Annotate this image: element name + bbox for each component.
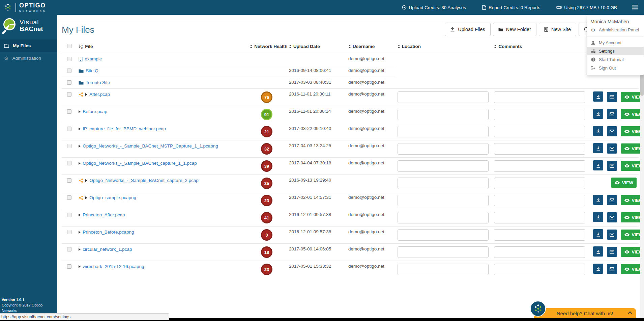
download-button[interactable] bbox=[593, 195, 603, 205]
comments-input[interactable] bbox=[494, 246, 585, 258]
expand-caret-icon[interactable] bbox=[79, 248, 81, 251]
download-button[interactable] bbox=[593, 246, 603, 257]
location-input[interactable] bbox=[398, 229, 489, 241]
file-link[interactable]: Optigo_Networks_-_Sample_BACnet_capture_… bbox=[89, 178, 198, 183]
comments-input[interactable] bbox=[494, 160, 585, 172]
comments-input[interactable] bbox=[494, 109, 585, 120]
user-column-header[interactable]: Username bbox=[346, 39, 395, 53]
select-all-checkbox[interactable] bbox=[67, 44, 71, 48]
expand-caret-icon[interactable] bbox=[79, 145, 81, 148]
menu-item-start-tutorial[interactable]: Start Tutorial bbox=[587, 55, 644, 64]
location-input[interactable] bbox=[398, 91, 489, 103]
file-link[interactable]: Optigo_Networks_-_Sample_BACnet_capture_… bbox=[83, 161, 197, 166]
comments-input[interactable] bbox=[494, 178, 585, 189]
view-button[interactable]: VIEW bbox=[611, 178, 637, 188]
site-link[interactable]: example bbox=[85, 56, 102, 61]
menu-burger-button[interactable] bbox=[631, 3, 639, 12]
row-checkbox[interactable] bbox=[67, 92, 71, 97]
row-checkbox[interactable] bbox=[67, 264, 71, 269]
location-input[interactable] bbox=[398, 264, 489, 275]
email-button[interactable] bbox=[607, 195, 617, 205]
expand-caret-icon[interactable] bbox=[79, 231, 81, 234]
file-link[interactable]: After.pcap bbox=[89, 92, 110, 97]
health-column-header[interactable]: Network Health bbox=[247, 39, 286, 53]
expand-caret-icon[interactable] bbox=[79, 214, 81, 216]
location-input[interactable] bbox=[398, 160, 489, 172]
date-column-header[interactable]: Upload Date bbox=[286, 39, 346, 53]
comments-input[interactable] bbox=[494, 212, 585, 223]
menu-item-administration-panel[interactable]: ⚙ Administration Panel bbox=[587, 26, 644, 34]
file-link[interactable]: Optigo_Networks_-_Sample_BACnet_MSTP_Cap… bbox=[83, 143, 218, 149]
download-button[interactable] bbox=[593, 91, 603, 102]
file-link[interactable]: IP_capture_file_for_BBMD_webinar.pcap bbox=[83, 126, 166, 131]
email-button[interactable] bbox=[607, 126, 617, 136]
expand-caret-icon[interactable] bbox=[85, 179, 87, 182]
comments-input[interactable] bbox=[494, 229, 585, 241]
new-site-button[interactable]: New Site bbox=[539, 23, 576, 36]
download-button[interactable] bbox=[593, 126, 603, 136]
file-link[interactable]: Princeton_After.pcap bbox=[83, 212, 125, 217]
location-input[interactable] bbox=[398, 126, 489, 137]
comments-input[interactable] bbox=[494, 126, 585, 137]
row-checkbox[interactable] bbox=[67, 144, 71, 148]
row-checkbox[interactable] bbox=[67, 69, 71, 73]
file-column-header[interactable]: A ZFile bbox=[76, 39, 247, 53]
row-checkbox[interactable] bbox=[67, 109, 71, 114]
file-link[interactable]: Before.pcap bbox=[83, 109, 107, 114]
upload-files-button[interactable]: Upload Files bbox=[445, 23, 491, 36]
menu-item-my-account[interactable]: My Account bbox=[587, 38, 644, 47]
email-button[interactable] bbox=[607, 264, 617, 274]
comments-input[interactable] bbox=[494, 91, 585, 103]
row-checkbox[interactable] bbox=[67, 161, 71, 165]
download-button[interactable] bbox=[593, 109, 603, 119]
email-button[interactable] bbox=[607, 161, 617, 171]
comments-column-header[interactable]: Comments bbox=[491, 39, 588, 53]
row-checkbox[interactable] bbox=[67, 195, 71, 200]
row-checkbox[interactable] bbox=[67, 178, 71, 183]
storage-stat[interactable]: Using 267.7 MB / 10.0 GB bbox=[556, 5, 617, 10]
file-link[interactable]: Optigo_sample.pcapng bbox=[89, 195, 136, 200]
email-button[interactable] bbox=[607, 230, 617, 240]
expand-caret-icon[interactable] bbox=[85, 196, 87, 199]
location-column-header[interactable]: Location bbox=[395, 39, 492, 53]
folder-link[interactable]: Site Q bbox=[86, 68, 98, 73]
row-checkbox[interactable] bbox=[67, 57, 71, 61]
menu-item-sign-out[interactable]: Sign Out bbox=[587, 64, 644, 72]
download-button[interactable] bbox=[593, 264, 603, 274]
report-credits-stat[interactable]: Report Credits: 0 Reports bbox=[482, 5, 540, 10]
location-input[interactable] bbox=[398, 178, 489, 189]
sidebar-item-my-files[interactable]: My Files bbox=[0, 39, 57, 52]
row-checkbox[interactable] bbox=[67, 230, 71, 234]
download-button[interactable] bbox=[593, 212, 603, 222]
share-icon[interactable] bbox=[79, 195, 83, 200]
comments-input[interactable] bbox=[494, 143, 585, 155]
share-icon[interactable] bbox=[79, 92, 83, 97]
row-checkbox[interactable] bbox=[67, 127, 71, 131]
file-link[interactable]: circular_network_1.pcap bbox=[83, 247, 132, 252]
download-button[interactable] bbox=[593, 229, 603, 239]
email-button[interactable] bbox=[607, 143, 617, 154]
location-input[interactable] bbox=[398, 195, 489, 206]
email-button[interactable] bbox=[607, 92, 617, 102]
menu-item-settings[interactable]: Settings bbox=[587, 47, 644, 55]
new-folder-button[interactable]: New Folder bbox=[493, 23, 536, 36]
file-link[interactable]: wireshark_2015-12-16.pcapng bbox=[83, 264, 144, 269]
sidebar-item-administration[interactable]: ⚙ Administration bbox=[0, 52, 57, 64]
folder-link[interactable]: Toronto Site bbox=[86, 80, 110, 85]
comments-input[interactable] bbox=[494, 195, 585, 206]
share-icon[interactable] bbox=[79, 178, 83, 183]
chat-avatar[interactable] bbox=[530, 301, 546, 317]
expand-caret-icon[interactable] bbox=[85, 93, 87, 96]
expand-caret-icon[interactable] bbox=[79, 128, 81, 130]
email-button[interactable] bbox=[607, 247, 617, 257]
download-button[interactable] bbox=[593, 143, 603, 153]
row-checkbox[interactable] bbox=[67, 213, 71, 217]
email-button[interactable] bbox=[607, 212, 617, 222]
expand-caret-icon[interactable] bbox=[79, 162, 81, 165]
location-input[interactable] bbox=[398, 143, 489, 155]
location-input[interactable] bbox=[398, 212, 489, 223]
expand-caret-icon[interactable] bbox=[79, 265, 81, 268]
email-button[interactable] bbox=[607, 109, 617, 119]
file-link[interactable]: Princeton_Before.pcapng bbox=[83, 230, 134, 235]
download-button[interactable] bbox=[593, 160, 603, 170]
